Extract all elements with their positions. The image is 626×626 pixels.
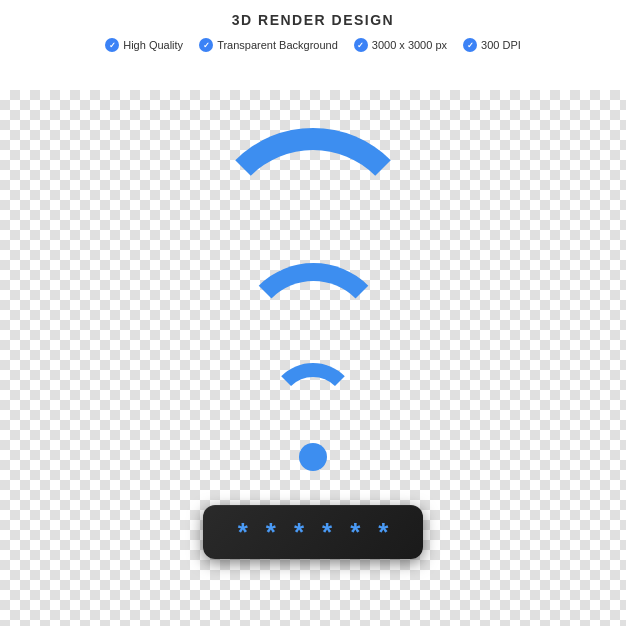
badge-resolution: 3000 x 3000 px	[354, 38, 447, 52]
badge-transparent-bg: Transparent Background	[199, 38, 338, 52]
asterisk-6: *	[378, 519, 388, 545]
badge-label-3: 3000 x 3000 px	[372, 39, 447, 51]
asterisk-4: *	[322, 519, 332, 545]
badge-label-1: High Quality	[123, 39, 183, 51]
page-wrapper: 3D RENDER DESIGN High Quality Transparen…	[0, 0, 626, 626]
asterisk-5: *	[350, 519, 360, 545]
badges-row: High Quality Transparent Background 3000…	[105, 38, 521, 52]
badge-dpi: 300 DPI	[463, 38, 521, 52]
check-icon-4	[463, 38, 477, 52]
wifi-icon	[203, 128, 423, 471]
asterisk-3: *	[294, 519, 304, 545]
check-icon-1	[105, 38, 119, 52]
asterisk-2: *	[266, 519, 276, 545]
badge-label-2: Transparent Background	[217, 39, 338, 51]
page-title: 3D RENDER DESIGN	[232, 12, 394, 28]
badge-high-quality: High Quality	[105, 38, 183, 52]
wifi-arc-small	[268, 363, 358, 453]
check-icon-3	[354, 38, 368, 52]
badge-label-4: 300 DPI	[481, 39, 521, 51]
password-bar: * * * * * *	[203, 505, 423, 559]
content-area: * * * * * *	[0, 90, 626, 626]
asterisk-1: *	[238, 519, 248, 545]
check-icon-2	[199, 38, 213, 52]
header: 3D RENDER DESIGN High Quality Transparen…	[0, 0, 626, 90]
